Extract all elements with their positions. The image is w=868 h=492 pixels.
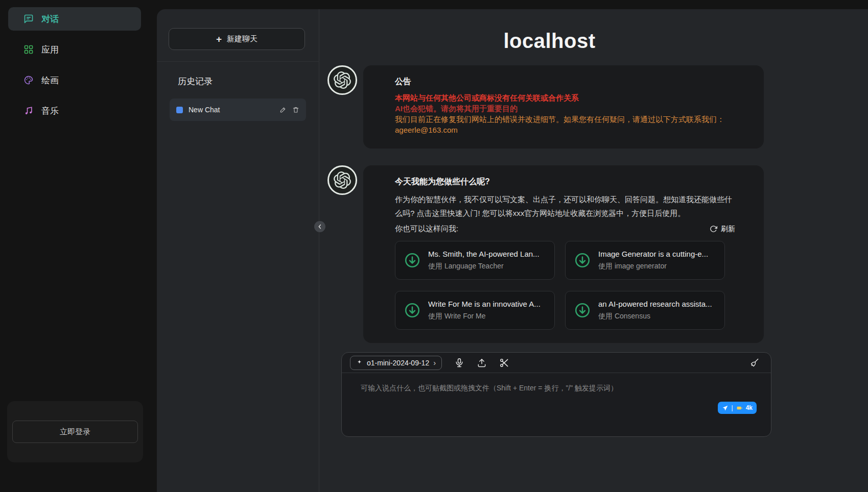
welcome-title: 今天我能为您做些什么呢? — [395, 177, 735, 187]
refresh-icon — [710, 225, 717, 233]
announcement-line: AI也会犯错。请勿将其用于重要目的 — [395, 103, 735, 114]
music-note-icon — [24, 106, 34, 116]
message-input[interactable] — [342, 374, 771, 419]
sidebar-item-drawing[interactable]: 绘画 — [8, 68, 141, 92]
palette-icon — [24, 75, 34, 85]
app-window: 对话 应用 绘画 音乐 立即登录 — [0, 0, 868, 492]
new-chat-label: 新建聊天 — [227, 34, 257, 44]
battery-icon — [736, 405, 743, 411]
chat-list-header: + 新建聊天 — [157, 9, 319, 62]
suggestion-title: an AI-powered research assista... — [598, 300, 712, 308]
refresh-button[interactable]: 刷新 — [710, 225, 735, 234]
suggestion-card[interactable]: Write For Me is an innovative A... 使用 Wr… — [395, 291, 555, 330]
suggestion-subtitle: 使用 image generator — [598, 262, 708, 271]
circle-down-icon — [404, 252, 421, 269]
grid-icon — [24, 44, 34, 55]
trash-icon[interactable] — [292, 106, 299, 113]
suggestion-card[interactable]: an AI-powered research assista... 使用 Con… — [565, 291, 725, 330]
composer-toolbar: o1-mini-2024-09-12 › — [342, 353, 771, 373]
history-title: 历史记录 — [178, 76, 213, 87]
chat-item-title: New Chat — [189, 106, 274, 114]
chat-bubble-icon — [24, 14, 34, 24]
announcement-message: 公告 本网站与任何其他公司或商标没有任何关联或合作关系 AI也会犯错。请勿将其用… — [363, 65, 764, 149]
scissors-icon — [499, 358, 509, 368]
suggestion-subtitle: 使用 Write For Me — [428, 312, 541, 321]
announcement-title: 公告 — [395, 77, 735, 87]
message-row: 公告 本网站与任何其他公司或商标没有任何关联或合作关系 AI也会犯错。请勿将其用… — [327, 65, 764, 149]
upload-icon — [477, 358, 487, 368]
welcome-message: 今天我能为您做些什么呢? 作为你的智慧伙伴，我不仅可以写文案、出点子，还可以和你… — [363, 165, 764, 343]
sidebar-item-apps[interactable]: 应用 — [8, 38, 141, 61]
circle-down-icon — [574, 252, 591, 269]
circle-down-icon — [404, 302, 421, 319]
composer: o1-mini-2024-09-12 › — [341, 352, 771, 437]
microphone-button[interactable] — [454, 358, 464, 368]
chat-color-swatch — [176, 107, 183, 113]
chat-list-pane: + 新建聊天 历史记录 New Chat — [157, 9, 319, 492]
suggestion-title: Ms. Smith, the AI-powered Lan... — [428, 250, 539, 258]
sidebar: 对话 应用 绘画 音乐 立即登录 — [0, 0, 149, 492]
badge-divider: | — [732, 404, 733, 411]
ask-hint: 你也可以这样问我: — [395, 224, 458, 234]
sidebar-item-label: 绘画 — [41, 75, 59, 86]
sparkle-icon — [356, 359, 363, 366]
microphone-icon — [454, 358, 464, 368]
token-count: 4k — [746, 404, 753, 411]
collapse-sidebar-button[interactable] — [314, 221, 325, 232]
upload-button[interactable] — [477, 358, 487, 368]
new-chat-button[interactable]: + 新建聊天 — [169, 28, 305, 50]
chat-main: localhost 公告 本网站与任何其他公司或商标没有任何关联或合作关系 AI… — [320, 9, 868, 492]
page-title: localhost — [327, 30, 771, 53]
chevron-right-icon: › — [433, 358, 436, 367]
suggestion-title: Image Generator is a cutting-e... — [598, 250, 708, 258]
refresh-label: 刷新 — [721, 225, 735, 234]
openai-logo-icon — [334, 171, 351, 189]
welcome-body: 作为你的智慧伙伴，我不仅可以写文案、出点子，还可以和你聊天、回答问题。想知道我还… — [395, 192, 735, 220]
assistant-avatar — [327, 165, 357, 195]
plus-icon: + — [216, 34, 222, 45]
suggestion-grid: Ms. Smith, the AI-powered Lan... 使用 Lang… — [395, 241, 735, 330]
edit-icon[interactable] — [279, 106, 287, 113]
suggestion-card[interactable]: Image Generator is a cutting-e... 使用 ima… — [565, 241, 725, 280]
announcement-line: 本网站与任何其他公司或商标没有任何关联或合作关系 — [395, 92, 735, 103]
main-panel: + 新建聊天 历史记录 New Chat localhost — [157, 9, 868, 492]
sidebar-footer: 立即登录 — [7, 401, 143, 462]
suggestion-card[interactable]: Ms. Smith, the AI-powered Lan... 使用 Lang… — [395, 241, 555, 280]
message-row: 今天我能为您做些什么呢? 作为你的智慧伙伴，我不仅可以写文案、出点子，还可以和你… — [327, 165, 764, 343]
suggestion-subtitle: 使用 Language Teacher — [428, 262, 539, 271]
circle-down-icon — [574, 302, 591, 319]
broom-icon — [749, 358, 760, 368]
sidebar-item-label: 对话 — [41, 13, 59, 25]
login-button[interactable]: 立即登录 — [12, 421, 138, 443]
assistant-avatar — [327, 65, 357, 95]
suggestion-title: Write For Me is an innovative A... — [428, 300, 541, 308]
sidebar-item-music[interactable]: 音乐 — [8, 99, 141, 122]
contact-email-link[interactable]: ageerle@163.com — [395, 125, 735, 135]
announcement-line: 我们目前正在修复我们网站上的错误并改进细节。如果您有任何疑问，请通过以下方式联系… — [395, 114, 735, 125]
send-plane-icon — [722, 405, 729, 411]
sidebar-item-label: 音乐 — [41, 105, 59, 117]
scissors-button[interactable] — [499, 358, 509, 368]
send-token-badge[interactable]: | 4k — [718, 402, 757, 414]
model-name: o1-mini-2024-09-12 — [367, 359, 429, 367]
openai-logo-icon — [334, 71, 351, 89]
sidebar-item-chat[interactable]: 对话 — [8, 7, 141, 31]
suggestion-subtitle: 使用 Consensus — [598, 312, 712, 321]
sidebar-item-label: 应用 — [41, 44, 59, 56]
model-selector[interactable]: o1-mini-2024-09-12 › — [350, 356, 442, 370]
clear-context-button[interactable] — [749, 358, 760, 368]
chat-list-item[interactable]: New Chat — [170, 99, 306, 121]
